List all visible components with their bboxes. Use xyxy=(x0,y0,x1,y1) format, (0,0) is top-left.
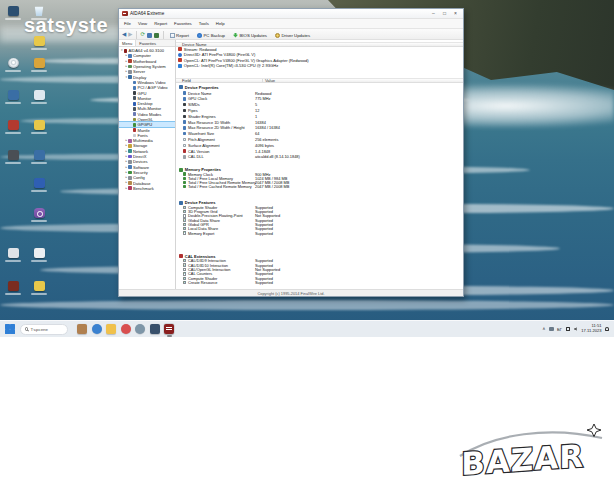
desktop-icon-file-small-2-label xyxy=(31,260,47,262)
property-row[interactable]: Pipes12 xyxy=(176,108,463,114)
taskbar-app-media[interactable] xyxy=(121,324,131,334)
property-row[interactable]: GPU Clock775 MHz xyxy=(176,96,463,102)
desktop-icon-app-dark[interactable] xyxy=(1,150,25,164)
desktop-icon-folder-small[interactable] xyxy=(27,36,51,50)
toolbar-button-pc-backup[interactable]: PC Backup xyxy=(194,32,227,39)
desktop-icon-app-blue-2[interactable] xyxy=(1,90,25,104)
menu-item-favorites[interactable]: Favorites xyxy=(171,20,195,27)
forward-icon[interactable]: ▶ xyxy=(128,32,132,38)
taskbar-app-aida64[interactable] xyxy=(164,324,174,334)
field-cell: Surface Alignment xyxy=(176,143,253,148)
report-wizard-icon[interactable] xyxy=(154,33,159,38)
field-cell: CAL DLL xyxy=(176,154,253,159)
ati-icon xyxy=(178,47,182,51)
search-icon xyxy=(25,327,29,331)
desktop-icon-folder[interactable] xyxy=(27,120,51,134)
desktop-icon-recycle-bin[interactable] xyxy=(27,6,51,20)
property-row[interactable]: Pitch Alignment256 elements xyxy=(176,137,463,143)
chevron-up-icon[interactable]: ∧ xyxy=(542,327,545,332)
desktop-icon-file-small-2[interactable] xyxy=(27,248,51,262)
desktop-icon-disc[interactable] xyxy=(1,58,25,72)
gpgpu-icon xyxy=(133,123,137,127)
menu-item-report[interactable]: Report xyxy=(151,20,170,27)
tree-item-label: Display xyxy=(133,75,146,80)
taskbar-app-browser[interactable] xyxy=(135,324,145,334)
menu-item-tools[interactable]: Tools xyxy=(196,20,212,27)
toolbar-button-bios-updates[interactable]: BIOS Updates xyxy=(230,32,269,39)
taskbar-app-calculator[interactable] xyxy=(150,324,160,334)
taskbar-app-edge[interactable] xyxy=(92,324,102,334)
desktop-icon-app-blue-3-label xyxy=(31,162,47,164)
desktop-icon-app-amber[interactable] xyxy=(27,58,51,72)
property-row[interactable]: Total / Free Cached Remote Memory2047 MB… xyxy=(176,185,463,189)
taskbar-app-file-explorer[interactable] xyxy=(106,324,116,334)
section-memory-properties: Memory PropertiesMemory Clock900 MHzTota… xyxy=(176,168,463,189)
expander-open-icon[interactable]: ▾ xyxy=(120,49,124,52)
property-row[interactable]: CAL Version1.4.1848 xyxy=(176,148,463,154)
taskbar-clock[interactable]: 11:51 17.11.2023 xyxy=(581,324,601,333)
maximize-button[interactable]: □ xyxy=(440,10,449,17)
property-row[interactable]: Shader Engines1 xyxy=(176,113,463,119)
desktop-icon-file-small[interactable] xyxy=(1,248,25,262)
desktop-icon-app-blue[interactable] xyxy=(1,6,25,20)
property-row[interactable]: ✓Create ResourceSupported xyxy=(176,281,463,285)
property-row[interactable]: SIMDs5 xyxy=(176,102,463,108)
property-row[interactable]: ✓Memory ExportSupported xyxy=(176,231,463,235)
toolbar-buttons: ReportPC BackupBIOS UpdatesDriver Update… xyxy=(167,32,313,39)
tree-item-label: Multi-Monitor xyxy=(137,106,161,111)
close-button[interactable]: × xyxy=(451,10,460,17)
value-cell: 64 xyxy=(253,131,463,136)
taskbar-app-photos[interactable] xyxy=(77,324,87,334)
language-indicator[interactable]: БГ xyxy=(557,327,562,332)
mantle-icon xyxy=(133,128,137,132)
toolbar-button-driver-updates[interactable]: Driver Updates xyxy=(272,32,312,39)
field-cell: Wavefront Size xyxy=(176,131,253,136)
menu-item-file[interactable]: File xyxy=(121,20,134,27)
field-cell: Max Resource 1D Width xyxy=(176,120,253,125)
toolbar-button-report[interactable]: Report xyxy=(167,32,191,39)
field-label: Surface Alignment xyxy=(188,143,220,148)
property-row[interactable]: Max Resource 2D Width / Height16384 / 16… xyxy=(176,125,463,131)
volume-icon[interactable] xyxy=(574,327,578,331)
minimize-button[interactable]: – xyxy=(429,10,438,17)
chip-icon xyxy=(183,115,186,118)
value-cell: 775 MHz xyxy=(253,96,463,101)
menu-item-help[interactable]: Help xyxy=(213,20,228,27)
sidebar-tab-favorites[interactable]: Favorites xyxy=(136,40,159,46)
desktop-icon-folder-2[interactable] xyxy=(27,281,51,295)
property-row[interactable]: Device NameRedwood xyxy=(176,90,463,96)
multimedia-icon xyxy=(128,139,132,143)
grid-header[interactable]: Field Value xyxy=(176,78,463,83)
tree-item-label: Motherboard xyxy=(133,59,156,64)
refresh-icon[interactable]: ⟳ xyxy=(140,32,145,38)
desktop-icon-app-blue-v[interactable] xyxy=(27,178,51,192)
desktop-icon-app-darkred[interactable] xyxy=(1,281,25,295)
property-row[interactable]: CAL DLLaticaldd.dll (8.14.10.1848) xyxy=(176,154,463,160)
sidebar-tab-menu[interactable]: Menu xyxy=(119,40,136,46)
checkbox-checked-icon: ✓ xyxy=(183,231,186,234)
computer-icon[interactable] xyxy=(147,33,152,38)
property-row[interactable]: Surface Alignment4096 bytes xyxy=(176,142,463,148)
desktop-icon-app-blue-2-glyph xyxy=(8,90,19,100)
gpu-icon xyxy=(183,132,186,135)
tree-item-label: Desktop xyxy=(137,101,152,106)
menu-item-view[interactable]: View xyxy=(135,20,150,27)
search-box[interactable]: Търсене xyxy=(20,324,68,335)
property-row[interactable]: Max Resource 1D Width16384 xyxy=(176,119,463,125)
network-icon[interactable] xyxy=(566,327,571,331)
property-row[interactable]: Wavefront Size64 xyxy=(176,131,463,137)
tree-item-benchmark[interactable]: ▸Benchmark xyxy=(119,186,175,191)
start-button[interactable] xyxy=(5,324,15,334)
tray-app-icon[interactable] xyxy=(549,327,554,332)
desktop-icon-viber[interactable] xyxy=(27,208,51,222)
desktop-icon-app-blue-3[interactable] xyxy=(27,150,51,164)
desktop-icon-disc-label xyxy=(5,70,21,72)
back-icon[interactable]: ◀ xyxy=(122,32,126,38)
desktop-icon-app-light[interactable] xyxy=(27,90,51,104)
notification-bell-icon[interactable] xyxy=(605,327,609,331)
window-titlebar[interactable]: AIDA64 Extreme – □ × xyxy=(119,9,463,19)
desktop-icon-app-red-glyph xyxy=(8,120,19,130)
device-row[interactable]: OpenCL: Intel(R) Core(TM) i3-530 CPU @ 2… xyxy=(176,63,463,69)
desktop-icon-app-red[interactable] xyxy=(1,120,25,134)
value-cell: Supported xyxy=(253,280,463,285)
